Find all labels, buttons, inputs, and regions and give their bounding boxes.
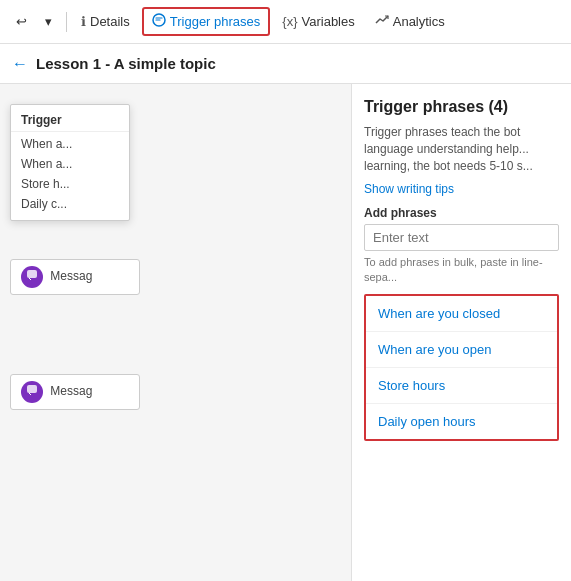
canvas-node-1[interactable]: Messag <box>10 259 140 295</box>
trigger-phrases-label: Trigger phrases <box>170 14 261 29</box>
panel-title: Trigger phrases (4) <box>364 98 559 116</box>
dropdown-item-3[interactable]: Daily c... <box>11 194 129 214</box>
trigger-icon <box>152 13 166 30</box>
canvas-area[interactable]: Trigger When a... When a... Store h... D… <box>0 84 351 581</box>
info-icon: ℹ <box>81 14 86 29</box>
phrase-item-2[interactable]: Store hours <box>366 368 557 404</box>
dropdown-item-1[interactable]: When a... <box>11 154 129 174</box>
analytics-button[interactable]: Analytics <box>367 9 453 34</box>
analytics-label: Analytics <box>393 14 445 29</box>
canvas-node-2-label: Messag <box>50 384 92 398</box>
right-panel: Trigger phrases (4) Trigger phrases teac… <box>351 84 571 581</box>
toolbar: ↩ ▾ ℹ Details Trigger phrases {x} Variab… <box>0 0 571 44</box>
variables-label: Variables <box>302 14 355 29</box>
phrase-item-3[interactable]: Daily open hours <box>366 404 557 439</box>
variables-button[interactable]: {x} Variables <box>274 10 362 33</box>
back-button[interactable]: ← <box>12 55 28 73</box>
phrase-item-1[interactable]: When are you open <box>366 332 557 368</box>
details-label: Details <box>90 14 130 29</box>
canvas-node-2[interactable]: Messag <box>10 374 140 410</box>
enter-text-input[interactable] <box>364 224 559 251</box>
dropdown-item-0[interactable]: When a... <box>11 134 129 154</box>
undo-icon: ↩ <box>16 14 27 29</box>
svg-rect-2 <box>27 385 37 393</box>
message-icon-1 <box>21 266 43 288</box>
add-phrases-label: Add phrases <box>364 206 559 220</box>
breadcrumb: ← Lesson 1 - A simple topic <box>0 44 571 84</box>
chevron-down-icon: ▾ <box>45 14 52 29</box>
phrase-item-0[interactable]: When are you closed <box>366 296 557 332</box>
panel-description: Trigger phrases teach the bot language u… <box>364 124 559 174</box>
main-area: Trigger When a... When a... Store h... D… <box>0 84 571 581</box>
analytics-chart-icon <box>375 13 389 30</box>
toolbar-separator <box>66 12 67 32</box>
phrases-list: When are you closed When are you open St… <box>364 294 559 441</box>
undo-more-button[interactable]: ▾ <box>37 10 60 33</box>
variables-icon: {x} <box>282 14 297 29</box>
canvas-node-1-label: Messag <box>50 269 92 283</box>
message-icon-2 <box>21 381 43 403</box>
show-tips-link[interactable]: Show writing tips <box>364 182 559 196</box>
svg-rect-1 <box>27 270 37 278</box>
trigger-dropdown-header: Trigger <box>11 111 129 132</box>
dropdown-item-2[interactable]: Store h... <box>11 174 129 194</box>
add-hint-text: To add phrases in bulk, paste in line-se… <box>364 255 559 284</box>
details-button[interactable]: ℹ Details <box>73 10 138 33</box>
undo-button[interactable]: ↩ <box>8 10 35 33</box>
trigger-dropdown: Trigger When a... When a... Store h... D… <box>10 104 130 221</box>
trigger-phrases-button[interactable]: Trigger phrases <box>142 7 271 36</box>
undo-group: ↩ ▾ <box>8 10 60 33</box>
page-title: Lesson 1 - A simple topic <box>36 55 216 72</box>
